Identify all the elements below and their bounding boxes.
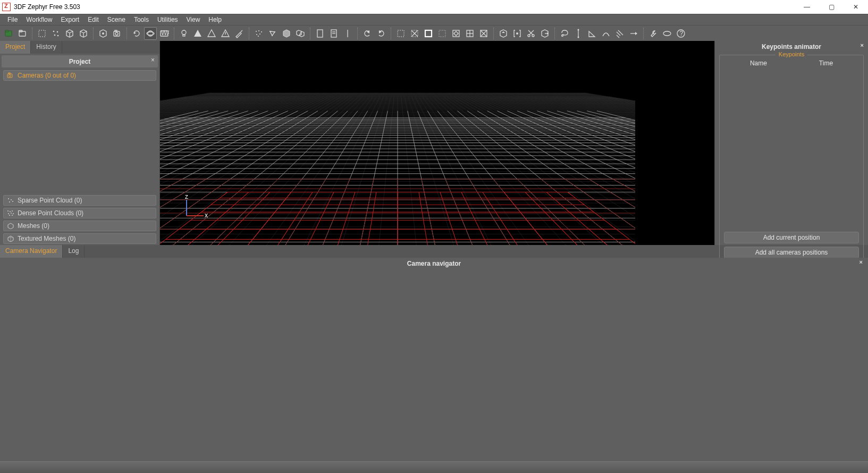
tab-project[interactable]: Project [0, 41, 31, 54]
camera-navigator-body[interactable] [0, 269, 868, 339]
menu-bar: File Workflow Export Edit Scene Tools Ut… [0, 14, 868, 25]
node-cameras[interactable]: Cameras (0 out of 0) [3, 70, 156, 81]
minimize-button[interactable]: — [795, 0, 819, 14]
svg-rect-19 [114, 31, 120, 36]
svg-marker-22 [134, 32, 136, 34]
bold-box-icon[interactable] [422, 27, 435, 40]
menu-export[interactable]: Export [56, 15, 83, 24]
svg-marker-68 [502, 31, 505, 33]
export-bracket-icon[interactable] [511, 27, 524, 40]
svg-point-27 [182, 30, 186, 35]
scatter-connect-icon[interactable] [266, 27, 279, 40]
page-alt-icon[interactable] [327, 27, 340, 40]
warning-alt-icon[interactable] [219, 27, 232, 40]
wasd-nav-icon[interactable]: WASD [158, 27, 171, 40]
svg-marker-60 [454, 31, 458, 36]
warning-outline-icon[interactable] [205, 27, 218, 40]
hatch-icon[interactable] [613, 27, 626, 40]
points-select-icon[interactable] [49, 27, 62, 40]
toolbar: WASD? [0, 25, 868, 41]
close-button[interactable]: ✕ [844, 0, 868, 14]
project-panel-close-icon[interactable]: × [151, 56, 155, 64]
menu-scene[interactable]: Scene [103, 15, 130, 24]
wrench-icon[interactable] [647, 27, 660, 40]
render-box-icon[interactable] [97, 27, 109, 40]
menu-help[interactable]: Help [204, 15, 226, 24]
pipe-icon[interactable] [341, 27, 354, 40]
mask-icon[interactable] [661, 27, 673, 40]
textured-mesh-icon [7, 235, 14, 242]
svg-line-81 [617, 32, 620, 36]
angle-icon[interactable] [586, 27, 599, 40]
svg-line-15 [83, 31, 87, 33]
cube-multi-icon[interactable] [294, 27, 307, 40]
warning-fill-icon[interactable] [191, 27, 204, 40]
tree-spacer [0, 82, 159, 194]
cube-wire-icon[interactable] [77, 27, 90, 40]
scatter-points-icon[interactable] [252, 27, 265, 40]
keypoints-panel-close-icon[interactable]: × [861, 42, 864, 48]
tab-history[interactable]: History [31, 41, 62, 54]
sparse-points-icon [7, 197, 14, 204]
svg-rect-46 [317, 30, 323, 37]
grid-box-x-icon[interactable] [477, 27, 490, 40]
open-project-icon[interactable] [16, 27, 29, 40]
lasso-icon[interactable] [558, 27, 571, 40]
cube-export-icon[interactable] [538, 27, 551, 40]
add-current-position-button[interactable]: Add current position [724, 232, 859, 243]
svg-point-8 [57, 35, 59, 36]
svg-point-6 [57, 31, 58, 32]
dashed-box-icon[interactable] [394, 27, 407, 40]
add-all-cameras-button[interactable]: Add all cameras positions [724, 247, 859, 258]
maximize-button[interactable]: ▢ [819, 0, 844, 14]
menu-file[interactable]: File [3, 15, 22, 24]
viewport-3d[interactable]: z x [160, 41, 714, 245]
app-logo-icon [2, 3, 11, 11]
node-sparse[interactable]: Sparse Point Cloud (0) [3, 195, 156, 206]
redo-icon[interactable] [375, 27, 387, 40]
vertical-line-icon[interactable] [572, 27, 585, 40]
grid-box-icon[interactable] [464, 27, 476, 40]
arrow-right-icon[interactable] [627, 27, 640, 40]
svg-point-86 [663, 31, 671, 36]
menu-utilities[interactable]: Utilities [153, 15, 182, 24]
svg-point-18 [102, 32, 104, 35]
undo-icon[interactable] [361, 27, 374, 40]
page-icon[interactable] [314, 27, 326, 40]
title-bar: 3DF Zephyr Free 3.503 — ▢ ✕ [0, 0, 868, 14]
menu-view[interactable]: View [182, 15, 205, 24]
orbit-icon[interactable] [144, 27, 157, 40]
tab-camera-navigator[interactable]: Camera Navigator [0, 245, 63, 258]
new-project-icon[interactable] [2, 27, 15, 40]
cube-shaded-icon[interactable] [63, 27, 76, 40]
cut-icon[interactable] [525, 27, 537, 40]
node-dense[interactable]: Dense Point Clouds (0) [3, 208, 156, 218]
refresh-icon[interactable] [130, 27, 143, 40]
svg-marker-29 [194, 30, 201, 37]
light-bulb-icon[interactable] [178, 27, 190, 40]
diamond-box-icon[interactable] [450, 27, 462, 40]
marquee-select-icon[interactable] [36, 27, 48, 40]
dotted-box-icon[interactable] [436, 27, 449, 40]
dashed-box-x-icon[interactable] [408, 27, 421, 40]
export-box-icon[interactable] [497, 27, 510, 40]
help-icon[interactable]: ? [675, 27, 687, 40]
menu-edit[interactable]: Edit [83, 15, 103, 24]
node-meshes[interactable]: Meshes (0) [3, 221, 156, 231]
brush-icon[interactable] [233, 27, 246, 40]
keypoints-list[interactable] [724, 69, 859, 229]
node-textured[interactable]: Textured Meshes (0) [3, 233, 156, 244]
camera-navigator-panel: Camera navigator × [0, 258, 868, 462]
curve-icon[interactable] [600, 27, 612, 40]
cube-solid-icon[interactable] [280, 27, 293, 40]
svg-point-38 [259, 33, 260, 35]
camera-navigator-close-icon[interactable]: × [859, 259, 863, 265]
svg-rect-21 [115, 30, 117, 31]
svg-point-100 [12, 210, 13, 212]
node-sparse-label: Sparse Point Cloud (0) [18, 197, 82, 204]
svg-point-20 [115, 32, 118, 35]
menu-tools[interactable]: Tools [130, 15, 153, 24]
menu-workflow[interactable]: Workflow [22, 15, 56, 24]
tab-log[interactable]: Log [63, 245, 85, 258]
camera-icon[interactable] [111, 27, 123, 40]
